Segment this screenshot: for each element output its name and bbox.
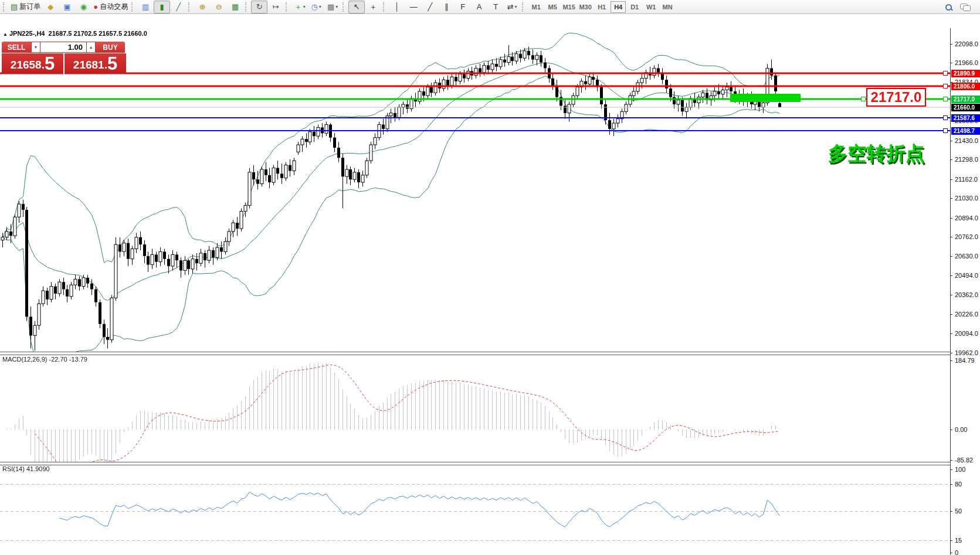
toolbar-button-indicators[interactable]: ＋▾ [291, 1, 308, 13]
autotrading-icon: ● [93, 2, 98, 11]
toolbar-button-tile-windows[interactable]: ▦ [227, 1, 243, 13]
toolbar-button-bar-chart[interactable]: ▥ [137, 1, 154, 13]
toolbar-button-equidistant-channel[interactable]: ∥ [438, 1, 455, 13]
toolbar-button-zoom-out[interactable]: ⊖ [211, 1, 227, 13]
toolbar-grip [131, 2, 135, 12]
templates-dropdown-icon[interactable]: ▾ [335, 4, 338, 9]
chart-shift-icon: ↦ [273, 2, 279, 11]
chart-canvas[interactable] [0, 28, 950, 555]
candlestick-chart-icon: ▮ [160, 2, 164, 11]
axis-tick-dash [950, 141, 952, 141]
axis-tick-label: 21430.0 [955, 137, 978, 144]
volume-increase-button[interactable]: ▲ [86, 42, 96, 53]
timeframe-button-M1[interactable]: M1 [528, 1, 544, 13]
volume-input[interactable]: 1.00 [40, 42, 86, 53]
toolbar-button-vertical-line[interactable]: │ [389, 1, 405, 13]
indicators-dropdown-icon[interactable]: ▾ [303, 4, 306, 9]
volume-decrease-button[interactable]: ▼ [31, 42, 40, 53]
templates-icon: ▩ [327, 2, 334, 11]
rsi-panel-separator[interactable] [0, 462, 950, 465]
sell-button[interactable]: SELL [2, 42, 31, 53]
toolbar-button-autotrading[interactable]: ●自动交易 [91, 1, 130, 13]
toolbar-button-zoom-in[interactable]: ⊕ [194, 1, 211, 13]
timeframe-button-H1[interactable]: H1 [594, 1, 609, 13]
timeframe-button-M15[interactable]: M15 [561, 1, 577, 13]
sell-price-frac: 5 [45, 55, 55, 73]
ohlc-values: 21687.5 21702.5 21657.5 21660.0 [49, 30, 147, 37]
toolbar-grip [286, 2, 290, 12]
axis-tick-label: 21966.0 [955, 59, 978, 66]
axis-tick-dash [950, 484, 952, 485]
toolbar-button-new-order[interactable]: ▤新订单 [9, 1, 42, 13]
axis-tick-label: -85.82 [955, 457, 973, 464]
axis-tick-dash [950, 237, 952, 237]
toolbar-button-horizontal-line[interactable]: — [405, 1, 422, 13]
toolbar-button-trendline[interactable]: ╱ [422, 1, 438, 13]
axis-tick-label: 0.00 [955, 426, 967, 433]
arrows-dropdown-icon[interactable]: ▾ [515, 4, 517, 9]
toolbar-button-periods[interactable]: ◷▾ [308, 1, 324, 13]
toolbar-button-auto-scroll[interactable]: ↻ [251, 1, 267, 13]
price-tag-21587.6: 21587.6 [951, 114, 980, 122]
toolbar-button-navigator[interactable]: ◉ [75, 1, 91, 13]
sell-price[interactable]: 21658.5 [2, 53, 63, 74]
navigator-icon: ◉ [80, 2, 87, 11]
cursor-icon: ↖ [354, 2, 360, 11]
buy-price[interactable]: 21681.5 [63, 53, 126, 74]
mt4-window: ▤新订单◆▣◉●自动交易▥▮╱⊕⊖▦↻↦＋▾◷▾▩▾↖＋│—╱∥FAT⇄▾M1M… [0, 0, 980, 555]
autotrading-label: 自动交易 [100, 2, 128, 12]
axis-tick-dash [950, 218, 952, 219]
toolbar-button-data-window[interactable]: ▣ [59, 1, 75, 13]
axis-tick-label: 0 [955, 549, 958, 555]
timeframe-button-M30[interactable]: M30 [578, 1, 593, 13]
toolbar-button-cursor[interactable]: ↖ [348, 1, 365, 13]
horizontal-line-icon: — [410, 2, 418, 11]
flip-point-note[interactable]: 多空转折点 [828, 141, 925, 167]
buy-button[interactable]: BUY [96, 42, 125, 53]
toolbar-button-market-watch[interactable]: ◆ [42, 1, 59, 13]
buy-price-int: 21681 [73, 57, 104, 73]
toolbar-button-templates[interactable]: ▩▾ [324, 1, 341, 13]
symbol-period-label: JPN225-,H4 [9, 30, 45, 37]
rsi-indicator-label: RSI(14) 41.9090 [2, 465, 50, 472]
price-tag-21660.0: 21660.0 [951, 104, 980, 111]
axis-tick-label: 21030.0 [955, 195, 978, 202]
price-axis-border [950, 28, 951, 555]
axis-tick-label: 100 [955, 466, 965, 473]
toolbar-button-fibonacci[interactable]: F [455, 1, 471, 13]
timeframe-button-D1[interactable]: D1 [627, 1, 642, 13]
toolbar-button-line-chart[interactable]: ╱ [170, 1, 186, 13]
axis-tick-dash [950, 198, 952, 199]
toolbar-button-arrows[interactable]: ⇄▾ [504, 1, 520, 13]
macd-panel-separator[interactable] [0, 352, 950, 355]
timeframe-button-H4[interactable]: H4 [611, 1, 626, 13]
axis-tick-dash [950, 333, 952, 334]
toolbar-button-chart-shift[interactable]: ↦ [267, 1, 284, 13]
periods-dropdown-icon[interactable]: ▾ [319, 4, 321, 9]
axis-tick-dash [950, 511, 952, 512]
toolbar-grip [3, 2, 7, 12]
price-tag-21717.0: 21717.0 [951, 96, 980, 103]
toolbar-button-text[interactable]: A [471, 1, 487, 13]
toolbar-button-candlestick-chart[interactable]: ▮ [154, 1, 170, 13]
data-window-icon: ▣ [63, 2, 70, 11]
timeframe-button-MN[interactable]: MN [660, 1, 675, 13]
toolbar-grip [188, 2, 192, 12]
toolbar-button-crosshair[interactable]: ＋ [365, 1, 381, 13]
axis-tick-dash [950, 430, 952, 430]
timeframe-button-M5[interactable]: M5 [545, 1, 560, 13]
timeframe-button-W1[interactable]: W1 [643, 1, 659, 13]
toolbar-grip [245, 2, 249, 12]
one-click-trading-panel: SELL ▼ 1.00 ▲ BUY 21658.5 21681.5 [2, 42, 126, 74]
axis-tick-dash [950, 44, 952, 45]
price-tag-21806.0: 21806.0 [951, 83, 980, 90]
axis-tick-dash [950, 469, 952, 470]
chat-icon[interactable] [960, 4, 969, 11]
chart-collapse-arrow[interactable]: ▲ [3, 32, 8, 37]
search-icon[interactable] [945, 4, 952, 11]
axis-tick-dash [950, 275, 952, 276]
chart-window: ▲JPN225-,H4 21687.5 21702.5 21657.5 2166… [0, 14, 980, 555]
toolbar-button-text-label[interactable]: T [487, 1, 504, 13]
price-annotation-box[interactable]: 21717.0 [866, 88, 926, 107]
crosshair-icon: ＋ [369, 2, 377, 12]
